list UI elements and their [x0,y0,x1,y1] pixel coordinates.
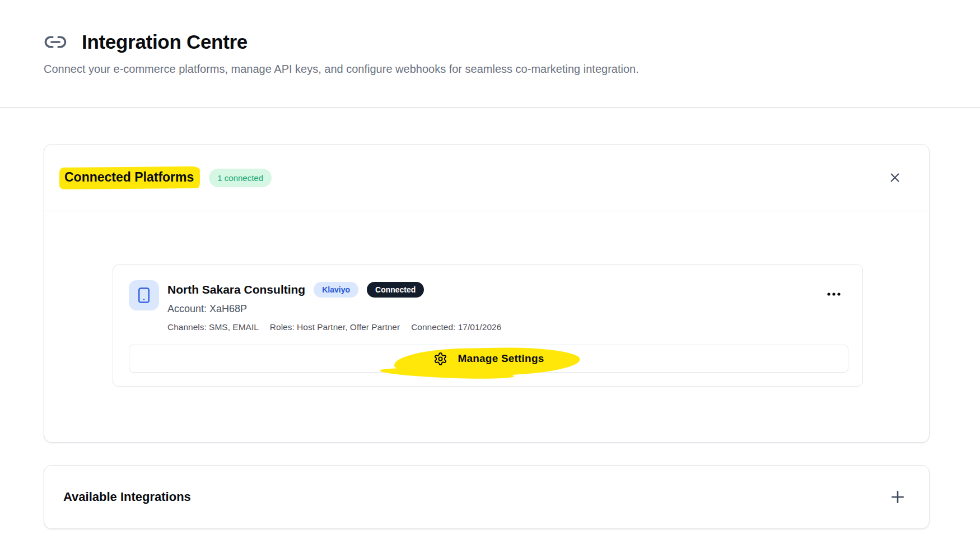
available-integrations-title: Available Integrations [63,490,191,504]
page-title: Integration Centre [82,31,248,53]
channels-text: Channels: SMS, EMAIL [167,322,259,332]
platform-info: North Sakara Consulting Klaviyo Connecte… [167,280,848,332]
connected-platforms-header-left: Connected Platforms 1 connected [62,167,272,189]
platform-card: North Sakara Consulting Klaviyo Connecte… [113,264,863,387]
title-row: Integration Centre [44,30,930,54]
roles-text: Roles: Host Partner, Offer Partner [270,322,400,332]
manage-settings-button[interactable]: Manage Settings [129,345,848,373]
available-integrations-card[interactable]: Available Integrations [44,465,930,529]
account-line: Account: XaH68P [167,303,848,315]
platform-main-row: North Sakara Consulting Klaviyo Connecte… [129,280,848,332]
ellipsis-icon [827,292,841,296]
platform-avatar [129,280,159,310]
link-icon [44,30,67,54]
page-header: Integration Centre Connect your e-commer… [0,0,980,76]
platform-name-row: North Sakara Consulting Klaviyo Connecte… [167,282,848,298]
expand-available-button[interactable] [888,487,908,507]
status-badge: Connected [367,282,424,298]
provider-badge: Klaviyo [314,282,358,298]
gear-icon [433,352,447,366]
connected-platforms-header: Connected Platforms 1 connected [44,145,929,211]
close-icon [889,171,901,184]
platform-menu-button[interactable] [824,287,843,301]
platform-meta-row: Channels: SMS, EMAIL Roles: Host Partner… [167,322,848,332]
plus-icon [890,490,905,504]
connected-platforms-card: Connected Platforms 1 connected [44,144,930,443]
smartphone-icon [136,287,152,304]
connected-platforms-body: North Sakara Consulting Klaviyo Connecte… [44,211,929,442]
connected-count-badge: 1 connected [209,169,272,187]
section-title-highlight: Connected Platforms [59,166,200,189]
header-divider [0,107,980,108]
section-title: Connected Platforms [64,170,194,185]
page-subtitle: Connect your e-commerce platforms, manag… [44,63,930,76]
manage-settings-label: Manage Settings [458,352,544,365]
connected-date-text: Connected: 17/01/2026 [411,322,501,332]
close-button[interactable] [885,168,904,187]
platform-name: North Sakara Consulting [167,283,305,296]
